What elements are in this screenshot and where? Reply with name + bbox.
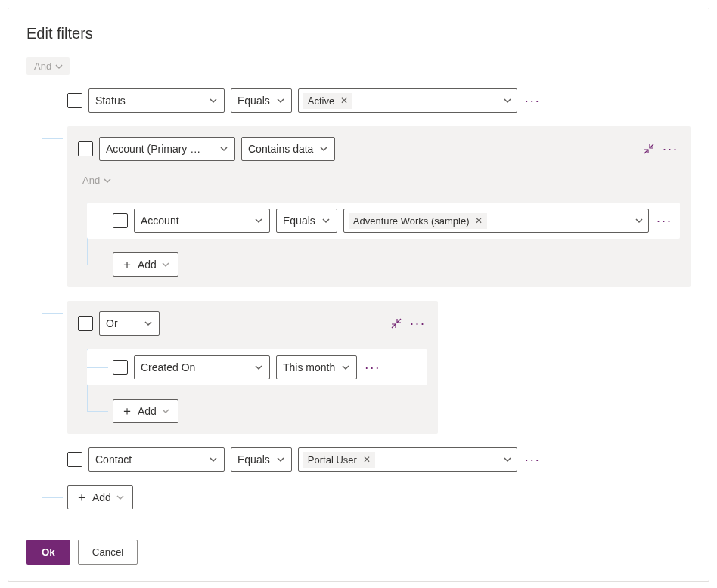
- group-more-menu[interactable]: [408, 314, 427, 333]
- operator-select[interactable]: Contains data: [241, 137, 335, 161]
- chevron-down-icon: [635, 216, 644, 225]
- chevron-down-icon: [209, 96, 218, 105]
- chevron-down-icon: [319, 144, 328, 153]
- field-label: Created On: [141, 361, 195, 373]
- chevron-down-icon: [54, 62, 64, 71]
- row-checkbox[interactable]: [67, 452, 82, 467]
- chevron-down-icon: [161, 407, 170, 416]
- field-label: Status: [95, 94, 126, 107]
- filter-row: Created On This month: [87, 349, 427, 385]
- chevron-down-icon: [209, 455, 218, 464]
- remove-value-icon[interactable]: ✕: [340, 96, 348, 105]
- field-select[interactable]: Status: [88, 88, 225, 113]
- chevron-down-icon: [219, 144, 228, 153]
- add-row-container: ＋ Add: [42, 485, 691, 509]
- group-operator-select[interactable]: Or: [99, 311, 160, 336]
- page-title: Edit filters: [26, 25, 691, 42]
- add-button[interactable]: ＋ Add: [113, 252, 178, 277]
- filter-row: Account Equals Adventure Works (sample) …: [87, 203, 680, 239]
- add-label: Add: [138, 405, 157, 417]
- row-more-menu[interactable]: [523, 91, 542, 110]
- chevron-down-icon: [503, 96, 512, 105]
- cancel-button[interactable]: Cancel: [78, 540, 138, 565]
- related-entity-group: Account (Primary Cont… Contains data: [67, 126, 691, 287]
- chevron-down-icon: [254, 216, 263, 225]
- add-button[interactable]: ＋ Add: [113, 399, 178, 423]
- field-select[interactable]: Contact: [88, 447, 225, 472]
- group-operator-select[interactable]: And: [82, 172, 118, 189]
- value-tag: Adventure Works (sample) ✕: [349, 213, 488, 229]
- chevron-down-icon: [321, 216, 331, 225]
- root-operator-select[interactable]: And: [26, 57, 70, 75]
- operator-label: Equals: [283, 215, 315, 227]
- chevron-down-icon: [103, 176, 112, 185]
- chevron-down-icon: [161, 260, 170, 269]
- filter-group-row: Or Created On: [42, 301, 691, 434]
- field-label: Account (Primary Cont…: [106, 143, 204, 155]
- chevron-down-icon: [276, 455, 285, 464]
- sub-tree: Created On This month ＋ Add: [78, 349, 427, 423]
- value-select[interactable]: Adventure Works (sample) ✕: [343, 209, 649, 233]
- value-tag: Active ✕: [303, 93, 352, 109]
- remove-value-icon[interactable]: ✕: [475, 216, 483, 225]
- row-checkbox[interactable]: [78, 316, 93, 331]
- remove-value-icon[interactable]: ✕: [363, 455, 371, 464]
- group-operator-label: And: [82, 175, 100, 186]
- chevron-down-icon: [276, 96, 285, 105]
- row-more-menu[interactable]: [655, 211, 674, 231]
- value-select[interactable]: Portal User ✕: [298, 447, 517, 472]
- row-checkbox[interactable]: [78, 141, 93, 156]
- add-label: Add: [92, 491, 111, 503]
- field-select[interactable]: Account (Primary Cont…: [99, 137, 235, 161]
- root-operator-label: And: [34, 60, 51, 72]
- add-label: Add: [138, 258, 157, 271]
- sub-tree: Account Equals Adventure Works (sample) …: [78, 203, 680, 277]
- value-text: Active: [308, 95, 334, 107]
- filter-group-row: Account (Primary Cont… Contains data: [42, 126, 691, 287]
- field-select[interactable]: Created On: [134, 355, 270, 379]
- operator-select[interactable]: Equals: [231, 447, 292, 472]
- field-label: Contact: [95, 453, 132, 466]
- operator-label: Equals: [237, 94, 270, 107]
- plus-icon: ＋: [121, 405, 133, 417]
- value-text: Adventure Works (sample): [353, 215, 470, 227]
- operator-select[interactable]: Equals: [231, 88, 292, 113]
- group-header: Account (Primary Cont… Contains data: [78, 137, 680, 161]
- dialog-footer: Ok Cancel: [26, 540, 138, 565]
- value-tag: Portal User ✕: [303, 452, 375, 468]
- group-operator-label: Or: [106, 317, 118, 330]
- group-header: Or: [78, 311, 427, 336]
- plus-icon: ＋: [76, 491, 88, 503]
- ok-button[interactable]: Ok: [26, 540, 70, 565]
- filter-row: Contact Equals Portal User ✕: [42, 447, 691, 472]
- add-button[interactable]: ＋ Add: [67, 485, 133, 509]
- chevron-down-icon: [503, 455, 512, 464]
- filter-tree: Status Equals Active ✕: [26, 88, 691, 509]
- row-checkbox[interactable]: [113, 213, 128, 228]
- field-select[interactable]: Account: [134, 209, 270, 233]
- field-label: Account: [141, 215, 179, 227]
- row-checkbox[interactable]: [113, 360, 128, 375]
- operator-label: Contains data: [248, 143, 313, 155]
- operator-select[interactable]: This month: [276, 355, 357, 379]
- edit-filters-panel: Edit filters And Status Equals Active ✕: [8, 8, 709, 582]
- filter-row: Status Equals Active ✕: [42, 88, 691, 113]
- collapse-icon[interactable]: [643, 143, 655, 155]
- operator-select[interactable]: Equals: [276, 209, 337, 233]
- collapse-icon[interactable]: [390, 317, 402, 330]
- operator-label: This month: [283, 361, 335, 373]
- chevron-down-icon: [341, 363, 350, 372]
- row-more-menu[interactable]: [363, 357, 382, 377]
- group-more-menu[interactable]: [661, 139, 680, 159]
- plus-icon: ＋: [121, 258, 133, 271]
- value-select[interactable]: Active ✕: [298, 88, 517, 113]
- or-group: Or Created On: [67, 301, 438, 434]
- chevron-down-icon: [116, 493, 125, 502]
- row-more-menu[interactable]: [523, 450, 542, 469]
- chevron-down-icon: [144, 319, 153, 328]
- value-text: Portal User: [308, 454, 357, 466]
- row-checkbox[interactable]: [67, 93, 82, 108]
- operator-label: Equals: [237, 453, 270, 466]
- chevron-down-icon: [254, 363, 263, 372]
- add-row-container: ＋ Add: [87, 399, 427, 423]
